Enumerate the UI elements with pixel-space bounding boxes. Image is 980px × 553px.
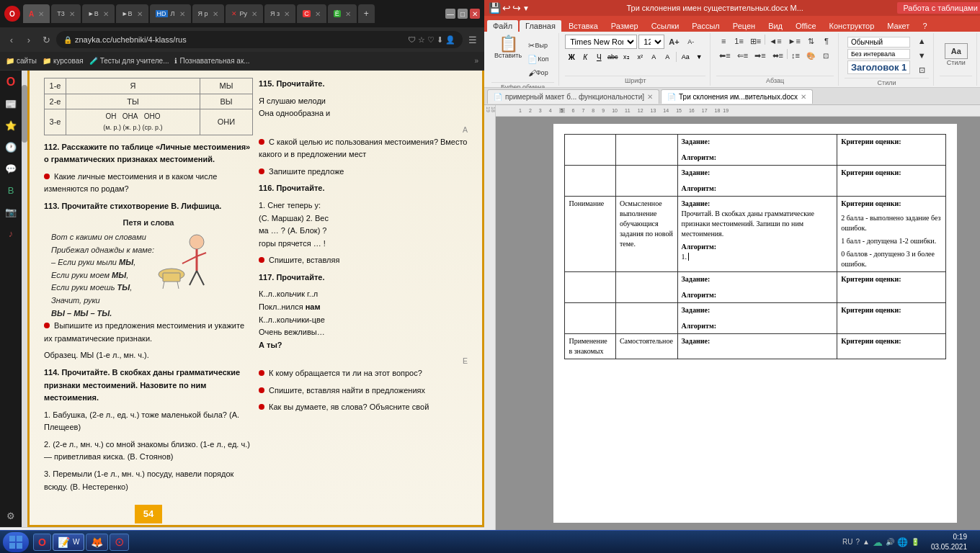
- style-normal[interactable]: Обычный: [847, 37, 910, 48]
- browser-tab-c[interactable]: С ✕: [297, 4, 326, 23]
- tray-arrow-icon[interactable]: ▲: [863, 538, 870, 546]
- opera-history-icon[interactable]: 🕐: [2, 138, 19, 156]
- tab-view[interactable]: Вид: [762, 20, 788, 32]
- italic-btn[interactable]: К: [579, 51, 592, 63]
- font-name-select[interactable]: Times New Roman: [565, 35, 637, 49]
- heart-icon[interactable]: ♡: [427, 35, 435, 45]
- browser-tab-yarp[interactable]: Я р ✕: [192, 4, 224, 23]
- font-shrink-btn[interactable]: A-: [684, 35, 698, 48]
- clear-format-btn[interactable]: Aa: [679, 51, 692, 63]
- styles-down-btn[interactable]: ▼: [914, 49, 929, 62]
- align-right-btn[interactable]: ➡≡: [752, 49, 768, 62]
- tab-links[interactable]: Ссылки: [646, 20, 685, 32]
- doc-tab-2[interactable]: 📄 Три склонения им...вительных.docx ✕: [661, 89, 813, 104]
- opera-settings-icon[interactable]: ⚙: [2, 507, 19, 524]
- opera-whatsapp-icon[interactable]: 💬: [2, 160, 19, 177]
- subscript-btn[interactable]: x₂: [620, 51, 633, 63]
- opera-home-icon[interactable]: O: [2, 73, 19, 91]
- taskbar-start-btn[interactable]: [3, 532, 29, 552]
- word-page[interactable]: Задание: Алгоритм: Критерии оценки:: [553, 124, 957, 523]
- taskbar-app-word[interactable]: 📝 W: [53, 534, 84, 551]
- tray-volume-icon[interactable]: 🔊: [886, 538, 894, 546]
- decrease-indent-btn[interactable]: ◄≡: [766, 35, 784, 48]
- line-spacing-btn[interactable]: ↕≡: [788, 49, 803, 62]
- shading-btn[interactable]: 🎨: [803, 49, 818, 62]
- opera-bookmarks-icon[interactable]: ⭐: [2, 117, 19, 134]
- sidebar-toggle-btn[interactable]: ☰: [466, 32, 480, 47]
- tab-constructor[interactable]: Конструктор: [824, 20, 881, 32]
- bookmark-sites[interactable]: 📁 сайты: [6, 57, 37, 65]
- browser-tab-4[interactable]: ►B ✕: [116, 4, 148, 23]
- back-btn[interactable]: ‹: [4, 32, 19, 47]
- doc-tab-1[interactable]: 📄 примерный макет б... функциональности]…: [487, 89, 659, 104]
- tab-review[interactable]: Рецен: [727, 20, 761, 32]
- forward-btn[interactable]: ›: [22, 32, 36, 47]
- styles-up-btn[interactable]: ▲: [914, 35, 929, 48]
- paste-btn[interactable]: 📋 Вставить ✂ Выр 📄 Коп 🖌 Фор: [491, 35, 554, 81]
- bookmark-kursovaya[interactable]: 📁 курсовая: [43, 57, 84, 65]
- browser-tab-e[interactable]: Ё ✕: [328, 4, 357, 23]
- tab-help[interactable]: ?: [917, 20, 932, 32]
- align-center-btn[interactable]: ⇐≡: [734, 49, 751, 62]
- styles-panel-btn[interactable]: Aa Стили: [940, 42, 972, 68]
- bookmark-tests[interactable]: 🧪 Тесты для учителе...: [89, 57, 169, 65]
- address-bar[interactable]: 🔒 znayka.cc/uchebniki/4-klass/rus 🛡 ☆ ♡ …: [56, 31, 463, 48]
- shield-icon[interactable]: 🛡: [408, 35, 416, 44]
- bookmark-poznavatelno[interactable]: ℹ Познавательная ак...: [174, 57, 249, 65]
- doc-tab-1-close[interactable]: ✕: [647, 93, 653, 101]
- tray-battery-icon[interactable]: 🔋: [911, 538, 919, 546]
- opera-instagram-icon[interactable]: 📷: [2, 203, 19, 220]
- underline-btn[interactable]: Ч: [592, 51, 605, 63]
- tray-help-icon[interactable]: ?: [855, 538, 860, 546]
- increase-indent-btn[interactable]: ►≡: [785, 35, 803, 48]
- superscript-btn[interactable]: x²: [633, 51, 646, 63]
- browser-maximize-btn[interactable]: □: [458, 9, 468, 19]
- show-marks-btn[interactable]: ¶: [819, 35, 834, 48]
- align-justify-btn[interactable]: ⬌≡: [770, 49, 786, 62]
- tab-size[interactable]: Размер: [605, 20, 644, 32]
- multilevel-btn[interactable]: ⊞≡: [747, 35, 764, 48]
- numbering-btn[interactable]: 1≡: [731, 35, 747, 48]
- taskbar-app-other[interactable]: ⊙: [110, 534, 129, 551]
- format-painter-btn[interactable]: 🖌 Фор: [525, 66, 551, 79]
- tray-network-icon[interactable]: 🌐: [897, 537, 908, 547]
- font-size-select[interactable]: 12: [638, 35, 664, 49]
- browser-tab-3[interactable]: ►B ✕: [82, 4, 115, 23]
- styles-expand-btn[interactable]: ⊡: [914, 63, 929, 76]
- browser-close-btn[interactable]: ✕: [470, 9, 480, 19]
- opera-vk-icon[interactable]: В: [2, 181, 19, 199]
- tab-insert[interactable]: Вставка: [563, 20, 604, 32]
- tab-office[interactable]: Office: [790, 20, 822, 32]
- tab-mailings[interactable]: Рассыл: [686, 20, 725, 32]
- browser-tab-new[interactable]: +: [358, 4, 375, 23]
- reload-btn[interactable]: ↻: [39, 32, 53, 47]
- text-color-btn[interactable]: A: [647, 51, 660, 63]
- font-grow-btn[interactable]: A+: [666, 35, 682, 48]
- border-btn[interactable]: ⊡: [819, 49, 833, 62]
- account-icon[interactable]: 👤: [445, 35, 455, 45]
- style-heading1[interactable]: Заголовок 1: [847, 60, 910, 74]
- browser-tab-hd[interactable]: HDЛ ✕: [150, 4, 191, 23]
- bullets-btn[interactable]: ≡: [716, 35, 731, 48]
- tab-home[interactable]: Главная: [520, 20, 561, 32]
- browser-scrollbar-thumb[interactable]: [22, 85, 27, 143]
- bookmarks-more-btn[interactable]: »: [474, 57, 478, 65]
- taskbar-app-firefox[interactable]: 🦊: [86, 534, 108, 551]
- star-bookmark-icon[interactable]: ☆: [418, 35, 425, 45]
- style-nospace[interactable]: Без интервала: [847, 49, 910, 59]
- sort-btn[interactable]: ⇅: [804, 35, 819, 48]
- opera-logo-icon[interactable]: O: [4, 6, 20, 22]
- taskbar-app-opera[interactable]: O: [33, 534, 51, 551]
- copy-btn[interactable]: 📄 Коп: [525, 53, 551, 66]
- tab-file[interactable]: Файл: [487, 20, 518, 32]
- browser-tab-a[interactable]: А ✕: [23, 4, 50, 23]
- browser-minimize-btn[interactable]: —: [445, 9, 455, 19]
- browser-tab-x[interactable]: ✕Ру ✕: [226, 4, 264, 23]
- opera-news-icon[interactable]: 📰: [2, 95, 19, 112]
- align-left-btn[interactable]: ⬅≡: [716, 49, 733, 62]
- bold-btn[interactable]: Ж: [565, 51, 578, 63]
- download-icon[interactable]: ⬇: [437, 35, 443, 45]
- font-color-down-btn[interactable]: ▼: [692, 51, 705, 63]
- highlight-btn[interactable]: A: [661, 51, 674, 63]
- doc-tab-2-close[interactable]: ✕: [801, 93, 806, 101]
